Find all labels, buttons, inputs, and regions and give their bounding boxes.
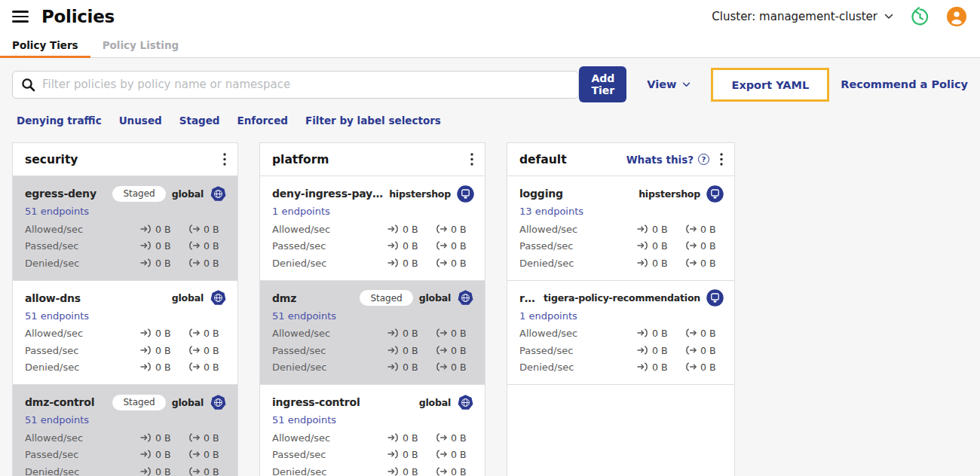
endpoints-link[interactable]: 13 endpoints — [519, 206, 583, 217]
metric-row: Denied/sec 0 B 0 B — [272, 359, 474, 377]
endpoints-link[interactable]: 51 endpoints — [25, 206, 89, 217]
quick-filter-link[interactable]: Staged — [179, 114, 220, 127]
policy-tiers-board: security egress-deny Staged global — [12, 142, 968, 476]
endpoints-link[interactable]: 51 endpoints — [25, 414, 89, 426]
quick-filter-link[interactable]: Unused — [119, 114, 162, 127]
namespace-scope-icon — [706, 289, 724, 307]
tier-menu-button[interactable] — [219, 150, 231, 169]
ingress-arrow-icon — [637, 343, 648, 358]
egress-arrow-icon — [436, 447, 447, 462]
policy-card[interactable]: restricted tigera-policy-recommendation … — [507, 280, 734, 385]
policy-card[interactable]: egress-deny Staged global 51 endpoints A… — [13, 175, 237, 280]
ingress-bytes: 0 B — [403, 224, 418, 235]
add-tier-button[interactable]: Add Tier — [579, 66, 626, 102]
tier-empty-area — [507, 384, 734, 476]
endpoints-link[interactable]: 51 endpoints — [272, 414, 336, 426]
quick-filter-link[interactable]: Denying traffic — [17, 114, 102, 127]
quick-filter-link[interactable]: Filter by label selectors — [305, 114, 441, 127]
tab-bar: Policy Tiers Policy Listing — [0, 33, 980, 58]
policy-name: logging — [519, 188, 634, 200]
view-dropdown-button[interactable]: View — [647, 78, 691, 90]
egress-arrow-icon — [436, 256, 447, 270]
ingress-bytes: 0 B — [652, 240, 668, 252]
history-icon[interactable] — [910, 7, 930, 27]
egress-arrow-icon — [685, 256, 697, 270]
egress-arrow-icon — [188, 343, 200, 358]
ingress-arrow-icon — [637, 256, 648, 270]
quick-filters: Denying trafficUnusedStagedEnforcedFilte… — [12, 102, 968, 127]
metric-label: Allowed/sec — [272, 432, 330, 444]
ingress-metric: 0 B — [140, 326, 179, 340]
tier-column: platform deny-ingress-paymentservi... hi… — [259, 142, 485, 476]
tier-menu-button[interactable] — [466, 150, 478, 169]
ingress-metric: 0 B — [140, 343, 179, 358]
ingress-arrow-icon — [140, 447, 152, 462]
metric-label: Passed/sec — [519, 345, 573, 356]
endpoints-link[interactable]: 51 endpoints — [272, 310, 336, 322]
whats-this-link[interactable]: Whats this? — [626, 154, 709, 166]
ingress-metric: 0 B — [637, 256, 675, 270]
metric-row: Allowed/sec 0 B 0 B — [272, 221, 474, 238]
egress-arrow-icon — [436, 465, 447, 476]
cluster-selector[interactable]: Cluster: management-cluster — [712, 10, 893, 23]
tier-column: default Whats this? logging hipstershop — [507, 142, 735, 476]
egress-bytes: 0 B — [451, 449, 467, 460]
policy-name: restricted — [519, 292, 539, 304]
policy-card[interactable]: deny-ingress-paymentservi... hipstershop… — [260, 175, 485, 280]
ingress-metric: 0 B — [387, 256, 426, 270]
ingress-bytes: 0 B — [652, 224, 668, 235]
user-avatar[interactable] — [947, 7, 966, 26]
egress-arrow-icon — [188, 447, 200, 462]
policy-name: egress-deny — [25, 188, 108, 200]
endpoints-link[interactable]: 1 endpoints — [272, 206, 330, 217]
quick-filter-link[interactable]: Enforced — [237, 114, 287, 127]
tier-header: default Whats this? — [507, 143, 734, 175]
policy-card[interactable]: dmz-control Staged global 51 endpoints A… — [13, 384, 237, 476]
egress-arrow-icon — [188, 360, 200, 374]
policy-card[interactable]: logging hipstershop 13 endpoints Allowed… — [507, 175, 734, 280]
egress-bytes: 0 B — [700, 258, 716, 269]
policy-card[interactable]: allow-dns global 51 endpoints Allowed/se… — [13, 280, 237, 385]
policy-name: ingress-control — [272, 396, 415, 408]
top-bar: Policies Cluster: management-cluster — [0, 0, 980, 33]
policy-scope-label: global — [172, 188, 204, 200]
ingress-bytes: 0 B — [652, 258, 668, 269]
ingress-bytes: 0 B — [652, 362, 668, 373]
ingress-metric: 0 B — [387, 360, 426, 374]
egress-bytes: 0 B — [451, 240, 467, 252]
tab-policy-listing-label: Policy Listing — [103, 39, 179, 51]
help-icon — [698, 154, 709, 165]
metric-label: Allowed/sec — [25, 328, 83, 339]
egress-bytes: 0 B — [204, 449, 219, 460]
metric-row: Passed/sec 0 B 0 B — [272, 238, 474, 255]
policy-card[interactable]: ingress-control global 51 endpoints Allo… — [260, 384, 485, 476]
metric-row: Passed/sec 0 B 0 B — [25, 238, 227, 255]
hamburger-menu-icon[interactable] — [12, 11, 29, 23]
policy-card[interactable]: dmz Staged global 51 endpoints Allowed/s… — [260, 280, 485, 385]
recommend-policy-button[interactable]: Recommend a Policy — [841, 78, 968, 90]
egress-bytes: 0 B — [451, 466, 467, 476]
metric-row: Denied/sec 0 B 0 B — [272, 255, 474, 272]
egress-bytes: 0 B — [204, 328, 219, 339]
egress-metric: 0 B — [685, 343, 724, 358]
metric-row: Passed/sec 0 B 0 B — [272, 342, 474, 359]
policy-scope-label: global — [172, 292, 204, 304]
endpoints-link[interactable]: 51 endpoints — [25, 310, 89, 322]
egress-arrow-icon — [188, 222, 200, 236]
tab-policy-tiers[interactable]: Policy Tiers — [0, 33, 90, 57]
ingress-bytes: 0 B — [155, 432, 171, 444]
egress-metric: 0 B — [685, 222, 724, 236]
ingress-arrow-icon — [140, 360, 152, 374]
metric-row: Denied/sec 0 B 0 B — [25, 255, 227, 272]
tier-menu-button[interactable] — [715, 150, 727, 169]
ingress-bytes: 0 B — [403, 345, 418, 356]
metric-label: Passed/sec — [272, 240, 326, 252]
ingress-metric: 0 B — [387, 326, 426, 340]
tab-policy-listing[interactable]: Policy Listing — [90, 33, 191, 57]
policy-search-input[interactable] — [42, 78, 570, 91]
ingress-metric: 0 B — [387, 222, 426, 236]
endpoints-link[interactable]: 1 endpoints — [519, 310, 577, 322]
ingress-arrow-icon — [637, 326, 648, 340]
egress-metric: 0 B — [188, 431, 227, 445]
export-yaml-button[interactable]: Export YAML — [731, 79, 809, 91]
